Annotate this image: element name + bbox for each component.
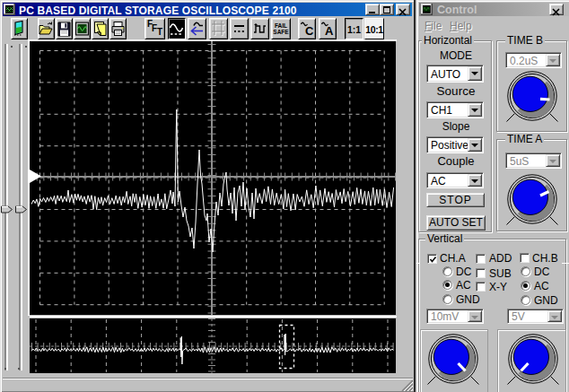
svg-text:A: A bbox=[325, 24, 334, 38]
svg-text:C: C bbox=[305, 24, 314, 38]
